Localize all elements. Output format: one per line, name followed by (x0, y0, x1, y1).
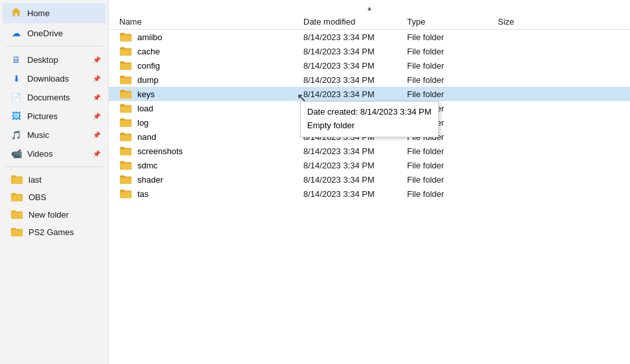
folder-icon-ps2-games (10, 227, 23, 237)
sidebar-item-videos[interactable]: 📹 Videos 📌 (3, 144, 106, 163)
file-date-cell: 8/14/2023 3:34 PM (303, 118, 407, 128)
file-name-cell: tas (109, 188, 303, 199)
table-row[interactable]: amiibo 8/14/2023 3:34 PM File folder (109, 30, 630, 44)
table-row[interactable]: nand 8/14/2023 3:34 PM File folder (109, 130, 630, 144)
column-header-type[interactable]: Type (407, 17, 498, 27)
pin-icon-pictures: 📌 (93, 113, 100, 120)
table-row[interactable]: sdmc 8/14/2023 3:34 PM File folder (109, 158, 630, 172)
svg-rect-0 (11, 177, 23, 184)
file-date-cell: 8/14/2023 3:34 PM (303, 61, 407, 71)
sidebar-item-pictures[interactable]: 🖼 Pictures 📌 (3, 107, 106, 125)
sidebar-item-obs-label: OBS (29, 192, 100, 202)
file-type-cell: File folder (407, 47, 498, 56)
sort-arrow: ▲ (366, 5, 373, 12)
sidebar: Home ☁ OneDrive 🖥 Desktop 📌 ⬇ Downloads … (0, 0, 109, 364)
table-row[interactable]: screenshots 8/14/2023 3:34 PM File folde… (109, 144, 630, 158)
folder-icon (119, 89, 132, 99)
sidebar-item-ps2-games[interactable]: PS2 Games (3, 223, 106, 240)
table-row[interactable]: tas 8/14/2023 3:34 PM File folder (109, 187, 630, 201)
svg-rect-7 (120, 78, 132, 84)
file-date-cell: 8/14/2023 3:34 PM (303, 47, 407, 56)
file-type-cell: File folder (407, 61, 498, 71)
column-header-name[interactable]: Name (109, 17, 303, 27)
file-name-text: shader (137, 175, 163, 185)
downloads-icon: ⬇ (10, 73, 22, 84)
file-type-cell: File folder (407, 175, 498, 185)
home-icon (10, 6, 22, 20)
file-name-text: amiibo (137, 32, 162, 42)
table-header: Name Date modified Type Size (109, 14, 630, 30)
svg-rect-13 (120, 163, 132, 170)
folder-icon (119, 188, 132, 199)
videos-icon: 📹 (10, 148, 22, 159)
svg-rect-9 (120, 106, 132, 113)
file-type-cell: File folder (407, 118, 498, 128)
file-type-cell: File folder (407, 32, 498, 42)
table-row[interactable]: dump 8/14/2023 3:34 PM File folder (109, 73, 630, 87)
sidebar-item-home-label: Home (27, 8, 100, 18)
svg-rect-1 (11, 195, 23, 201)
desktop-icon: 🖥 (10, 54, 22, 65)
folder-icon (119, 160, 132, 170)
file-list: amiibo 8/14/2023 3:34 PM File folder cac… (109, 30, 630, 364)
sidebar-item-new-folder[interactable]: New folder (3, 206, 106, 223)
sidebar-item-music[interactable]: 🎵 Music 📌 (3, 126, 106, 144)
svg-rect-14 (120, 177, 132, 184)
sidebar-item-last[interactable]: last (3, 171, 106, 188)
sidebar-item-home[interactable]: Home (3, 3, 106, 23)
file-name-cell: shader (109, 174, 303, 185)
column-header-size[interactable]: Size (498, 17, 563, 27)
main-content: ▲ Name Date modified Type Size amiibo 8/… (109, 0, 630, 364)
sidebar-item-onedrive[interactable]: ☁ OneDrive (3, 24, 106, 42)
folder-icon (119, 103, 132, 113)
sidebar-item-pictures-label: Pictures (27, 111, 88, 121)
sidebar-item-desktop[interactable]: 🖥 Desktop 📌 (3, 51, 106, 69)
column-header-date[interactable]: Date modified (303, 17, 407, 27)
svg-rect-4 (120, 35, 132, 41)
sidebar-separator-1 (5, 46, 103, 47)
svg-rect-15 (120, 192, 132, 198)
table-row[interactable]: log 8/14/2023 3:34 PM File folder (109, 115, 630, 130)
file-name-cell: keys ↖ (109, 89, 303, 99)
table-row[interactable]: shader 8/14/2023 3:34 PM File folder (109, 172, 630, 187)
folder-icon (119, 117, 132, 128)
onedrive-icon: ☁ (10, 27, 22, 39)
table-row[interactable]: config 8/14/2023 3:34 PM File folder (109, 58, 630, 73)
file-name-cell: load (109, 103, 303, 113)
sidebar-item-last-label: last (29, 175, 100, 185)
table-row[interactable]: load 8/14/2023 3:34 PM File folder (109, 101, 630, 115)
file-name-cell: dump (109, 74, 303, 85)
folder-icon (119, 46, 132, 56)
table-row[interactable]: keys ↖ 8/14/2023 3:34 PM File folder Dat… (109, 87, 630, 101)
file-date-cell: 8/14/2023 3:34 PM (303, 32, 407, 42)
sidebar-item-downloads[interactable]: ⬇ Downloads 📌 (3, 69, 106, 87)
folder-icon-obs (10, 192, 23, 202)
file-date-cell: 8/14/2023 3:34 PM (303, 104, 407, 113)
file-type-cell: File folder (407, 189, 498, 199)
file-name-cell: config (109, 60, 303, 71)
file-type-cell: File folder (407, 132, 498, 142)
file-name-cell: screenshots (109, 146, 303, 156)
pin-icon-videos: 📌 (93, 150, 100, 157)
file-type-cell: File folder (407, 89, 498, 99)
file-name-text: log (137, 118, 148, 128)
sidebar-item-videos-label: Videos (27, 149, 88, 159)
file-date-cell: 8/14/2023 3:34 PM (303, 132, 407, 142)
svg-rect-11 (120, 135, 132, 141)
sidebar-item-obs[interactable]: OBS (3, 188, 106, 205)
file-type-cell: File folder (407, 104, 498, 113)
pin-icon-desktop: 📌 (93, 56, 100, 63)
file-name-cell: nand (109, 131, 303, 142)
folder-icon (119, 146, 132, 156)
music-icon: 🎵 (10, 129, 22, 141)
folder-icon-new-folder (10, 209, 23, 220)
folder-icon (119, 74, 132, 85)
table-row[interactable]: cache 8/14/2023 3:34 PM File folder (109, 44, 630, 58)
sidebar-item-ps2-games-label: PS2 Games (29, 227, 100, 237)
folder-icon (119, 32, 132, 42)
sidebar-item-downloads-label: Downloads (27, 74, 88, 84)
sidebar-item-music-label: Music (27, 130, 88, 140)
sort-arrow-area: ▲ (109, 0, 630, 14)
sidebar-item-documents[interactable]: 📄 Documents 📌 (3, 88, 106, 106)
folder-icon (119, 174, 132, 185)
